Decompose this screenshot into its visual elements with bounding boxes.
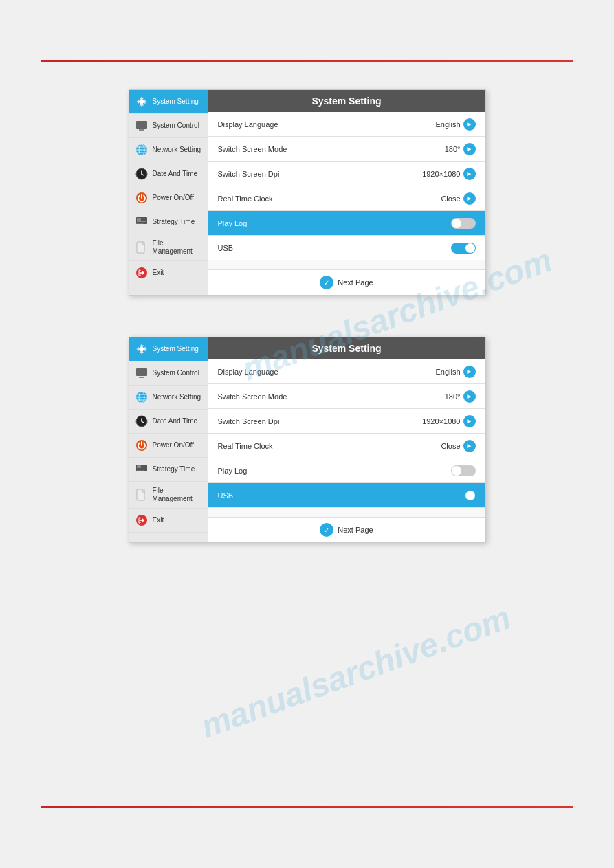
power-icon-2 xyxy=(135,438,149,452)
svg-rect-14 xyxy=(137,221,146,222)
setting-row-play-log-1[interactable]: Play Log xyxy=(208,211,485,236)
panel-1: System Setting System Control xyxy=(129,89,486,296)
monitor-icon-2 xyxy=(135,366,149,380)
real-time-clock-arrow-1[interactable]: ► xyxy=(463,192,476,205)
settings-list-1: Display Language English ► Switch Screen… xyxy=(208,112,485,269)
svg-rect-32 xyxy=(137,465,141,468)
sidebar-item-network-setting-1[interactable]: Network Setting xyxy=(129,138,208,162)
sidebar-item-exit-2[interactable]: Exit xyxy=(129,509,208,533)
clock-icon-1 xyxy=(135,167,149,181)
sidebar-item-power-1[interactable]: Power On/Off xyxy=(129,186,208,210)
sidebar-label-system-control-1: System Control xyxy=(153,122,199,130)
globe-icon-1 xyxy=(135,143,149,157)
sidebar-item-date-time-2[interactable]: Date And Time xyxy=(129,410,208,434)
next-page-row-1[interactable]: ✓ Next Page xyxy=(208,269,485,295)
switch-screen-dpi-arrow-1[interactable]: ► xyxy=(463,168,476,180)
sidebar-label-file-management-1: File Management xyxy=(153,239,202,256)
sidebar-label-system-control-2: System Control xyxy=(153,369,199,377)
main-content-1: System Setting Display Language English … xyxy=(208,90,485,295)
sidebar-label-file-management-2: File Management xyxy=(153,487,202,503)
strategy-icon-2 xyxy=(135,463,149,476)
file-icon-1 xyxy=(135,241,149,254)
switch-screen-mode-arrow-2[interactable]: ► xyxy=(463,390,476,403)
monitor-icon-1 xyxy=(135,119,149,133)
switch-screen-mode-value-2: 180° xyxy=(445,392,461,401)
setting-row-switch-screen-mode-1[interactable]: Switch Screen Mode 180° ► xyxy=(208,137,485,162)
settings-list-2: Display Language English ► Switch Screen… xyxy=(208,359,485,517)
panel-2: System Setting System Control xyxy=(129,337,486,543)
switch-screen-dpi-arrow-2[interactable]: ► xyxy=(463,415,476,427)
toggle-play-log-1[interactable] xyxy=(451,218,476,229)
setting-value-display-language-1: English ► xyxy=(435,118,475,131)
setting-value-usb-1 xyxy=(451,243,476,254)
display-language-value-2: English xyxy=(435,368,460,376)
sidebar-label-network-setting-2: Network Setting xyxy=(153,393,201,401)
next-page-label-1: Next Page xyxy=(338,278,373,287)
sidebar-item-power-2[interactable]: Power On/Off xyxy=(129,434,208,458)
watermark-2: manualsarchive.com xyxy=(196,598,516,745)
real-time-clock-value-1: Close xyxy=(441,194,460,203)
sidebar-label-exit-2: Exit xyxy=(153,516,164,524)
sidebar-label-exit-1: Exit xyxy=(153,269,164,277)
toggle-play-log-2[interactable] xyxy=(451,465,476,476)
setting-row-display-language-2[interactable]: Display Language English ► xyxy=(208,359,485,384)
sidebar-item-system-setting-1[interactable]: System Setting xyxy=(129,90,208,114)
sidebar-item-file-management-2[interactable]: File Management xyxy=(129,482,208,509)
sidebar-item-system-setting-2[interactable]: System Setting xyxy=(129,337,208,361)
setting-value-real-time-clock-2: Close ► xyxy=(441,440,475,452)
sidebar-label-system-setting-1: System Setting xyxy=(153,98,199,106)
next-page-icon-1: ✓ xyxy=(320,276,333,289)
setting-value-real-time-clock-1: Close ► xyxy=(441,192,475,205)
next-page-row-2[interactable]: ✓ Next Page xyxy=(208,517,485,542)
setting-row-usb-1[interactable]: USB xyxy=(208,236,485,260)
page-wrapper: manualsarchive.com manualsarchive.com xyxy=(0,0,614,868)
toggle-usb-1[interactable] xyxy=(451,243,476,254)
switch-screen-mode-arrow-1[interactable]: ► xyxy=(463,143,476,155)
sidebar-item-strategy-time-1[interactable]: Strategy Time xyxy=(129,210,208,234)
sidebar-item-exit-1[interactable]: Exit xyxy=(129,261,208,285)
setting-row-play-log-2[interactable]: Play Log xyxy=(208,458,485,483)
setting-row-switch-screen-mode-2[interactable]: Switch Screen Mode 180° ► xyxy=(208,384,485,409)
setting-value-switch-screen-mode-2: 180° ► xyxy=(445,390,476,403)
top-line xyxy=(41,60,573,62)
sidebar-1: System Setting System Control xyxy=(129,90,208,295)
sidebar-item-date-time-1[interactable]: Date And Time xyxy=(129,162,208,186)
setting-value-switch-screen-dpi-1: 1920×1080 ► xyxy=(422,168,475,180)
setting-label-switch-screen-dpi-1: Switch Screen Dpi xyxy=(218,170,280,178)
display-language-arrow-1[interactable]: ► xyxy=(463,118,476,131)
sidebar-item-file-management-1[interactable]: File Management xyxy=(129,234,208,261)
setting-label-play-log-1: Play Log xyxy=(218,219,248,227)
sidebar-item-system-control-2[interactable]: System Control xyxy=(129,361,208,386)
display-language-arrow-2[interactable]: ► xyxy=(463,366,476,378)
sidebar-item-strategy-time-2[interactable]: Strategy Time xyxy=(129,458,208,482)
svg-point-19 xyxy=(140,347,144,351)
setting-row-switch-screen-dpi-1[interactable]: Switch Screen Dpi 1920×1080 ► xyxy=(208,162,485,186)
real-time-clock-arrow-2[interactable]: ► xyxy=(463,440,476,452)
setting-row-display-language-1[interactable]: Display Language English ► xyxy=(208,112,485,137)
display-language-value-1: English xyxy=(435,120,460,129)
switch-screen-dpi-value-2: 1920×1080 xyxy=(422,417,460,425)
sidebar-label-strategy-time-1: Strategy Time xyxy=(153,218,195,226)
sidebar-label-strategy-time-2: Strategy Time xyxy=(153,465,195,474)
svg-rect-33 xyxy=(137,469,146,469)
main-header-2: System Setting xyxy=(208,337,485,359)
setting-row-real-time-clock-1[interactable]: Real Time Clock Close ► xyxy=(208,186,485,211)
setting-row-usb-2[interactable]: USB xyxy=(208,483,485,508)
svg-rect-21 xyxy=(139,377,144,378)
svg-point-0 xyxy=(140,100,144,104)
setting-value-play-log-2 xyxy=(451,465,476,476)
sidebar-label-power-1: Power On/Off xyxy=(153,194,194,202)
toggle-knob-usb-2 xyxy=(465,491,475,500)
sidebar-item-system-control-1[interactable]: System Control xyxy=(129,114,208,138)
clock-icon-2 xyxy=(135,414,149,428)
setting-row-real-time-clock-2[interactable]: Real Time Clock Close ► xyxy=(208,434,485,458)
sidebar-item-network-setting-2[interactable]: Network Setting xyxy=(129,386,208,410)
setting-label-real-time-clock-1: Real Time Clock xyxy=(218,194,273,203)
exit-icon-2 xyxy=(135,513,149,527)
setting-row-switch-screen-dpi-2[interactable]: Switch Screen Dpi 1920×1080 ► xyxy=(208,409,485,434)
switch-screen-dpi-value-1: 1920×1080 xyxy=(422,170,460,178)
sidebar-label-power-2: Power On/Off xyxy=(153,441,194,449)
toggle-usb-2[interactable] xyxy=(451,490,476,501)
sidebar-label-network-setting-1: Network Setting xyxy=(153,146,201,154)
setting-value-switch-screen-dpi-2: 1920×1080 ► xyxy=(422,415,475,427)
